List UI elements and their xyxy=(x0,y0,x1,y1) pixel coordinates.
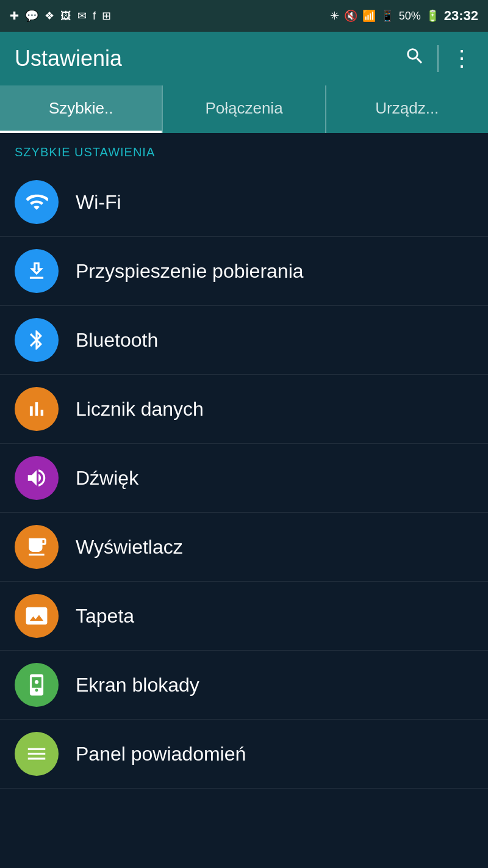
add-icon: ✚ xyxy=(10,9,19,23)
tab-device[interactable]: Urządz... xyxy=(326,85,488,133)
wallpaper-label: Tapeta xyxy=(76,605,134,627)
chat-icon: 💬 xyxy=(25,9,38,23)
sound-label: Dźwięk xyxy=(76,467,138,490)
facebook-icon: f xyxy=(93,10,96,23)
wallpaper-icon-circle xyxy=(15,594,59,638)
gmail-icon: ✉ xyxy=(77,9,87,23)
app-bar: Ustawienia ⋮ xyxy=(0,32,488,85)
wifi-icon-circle xyxy=(15,180,59,224)
download-boost-label: Przyspieszenie pobierania xyxy=(76,260,304,283)
settings-item-display[interactable]: Wyświetlacz xyxy=(0,513,488,582)
toolbar-divider xyxy=(437,45,439,72)
status-bar: ✚ 💬 ❖ 🖼 ✉ f ⊞ ✳ 🔇 📶 📱 50% 🔋 23:32 xyxy=(0,0,488,32)
settings-item-wifi[interactable]: Wi-Fi xyxy=(0,168,488,237)
dropbox-icon: ❖ xyxy=(45,9,54,23)
settings-item-wallpaper[interactable]: Tapeta xyxy=(0,582,488,651)
bluetooth-icon xyxy=(25,328,48,352)
tab-connections[interactable]: Połączenia xyxy=(163,85,325,133)
status-time: 23:32 xyxy=(444,8,478,24)
app-bar-actions: ⋮ xyxy=(404,45,473,72)
data-counter-label: Licznik danych xyxy=(76,398,204,421)
data-counter-icon xyxy=(25,397,48,421)
battery-text: 50% xyxy=(399,10,421,23)
lock-screen-label: Ekran blokady xyxy=(76,674,199,696)
display-label: Wyświetlacz xyxy=(76,536,183,559)
data-counter-icon-circle xyxy=(15,387,59,431)
wifi-label: Wi-Fi xyxy=(76,191,121,214)
download-boost-icon-circle xyxy=(15,249,59,293)
section-header-text: SZYBKIE USTAWIENIA xyxy=(15,145,155,159)
signal-icon: 📱 xyxy=(381,9,394,23)
app-title: Ustawienia xyxy=(15,46,122,71)
status-icons-left: ✚ 💬 ❖ 🖼 ✉ f ⊞ xyxy=(10,9,111,23)
settings-item-lock-screen[interactable]: Ekran blokady xyxy=(0,651,488,720)
notifications-label: Panel powiadomień xyxy=(76,743,246,765)
wifi-icon xyxy=(25,190,48,214)
settings-list: Wi-Fi Przyspieszenie pobierania Bluetoot… xyxy=(0,168,488,789)
image-icon: 🖼 xyxy=(60,10,71,23)
notifications-icon-circle xyxy=(15,732,59,776)
display-icon-circle xyxy=(15,525,59,569)
tab-quick-settings[interactable]: Szybkie.. xyxy=(0,85,162,133)
wallpaper-icon xyxy=(25,604,48,627)
battery-icon: 🔋 xyxy=(426,9,439,23)
download-boost-icon xyxy=(25,259,48,283)
bluetooth-label: Bluetooth xyxy=(76,329,158,352)
notifications-icon xyxy=(25,742,48,765)
section-header-quick-settings: SZYBKIE USTAWIENIA xyxy=(0,133,488,168)
settings-item-data-counter[interactable]: Licznik danych xyxy=(0,375,488,444)
settings-item-notifications[interactable]: Panel powiadomień xyxy=(0,720,488,789)
display-icon xyxy=(25,535,48,559)
more-options-button[interactable]: ⋮ xyxy=(451,46,473,71)
lock-screen-icon xyxy=(25,673,48,696)
grid-icon: ⊞ xyxy=(102,9,111,23)
sound-icon-circle xyxy=(15,456,59,500)
wifi-status-icon: 📶 xyxy=(362,9,376,23)
bluetooth-status-icon: ✳ xyxy=(330,9,339,23)
sound-icon xyxy=(25,466,48,490)
settings-item-bluetooth[interactable]: Bluetooth xyxy=(0,306,488,375)
settings-item-sound[interactable]: Dźwięk xyxy=(0,444,488,513)
lock-screen-icon-circle xyxy=(15,663,59,707)
search-button[interactable] xyxy=(404,46,425,71)
status-icons-right: ✳ 🔇 📶 📱 50% 🔋 23:32 xyxy=(330,8,478,24)
mute-icon: 🔇 xyxy=(344,9,357,23)
bluetooth-icon-circle xyxy=(15,318,59,362)
tab-bar: Szybkie.. Połączenia Urządz... xyxy=(0,85,488,133)
settings-item-download-boost[interactable]: Przyspieszenie pobierania xyxy=(0,237,488,306)
